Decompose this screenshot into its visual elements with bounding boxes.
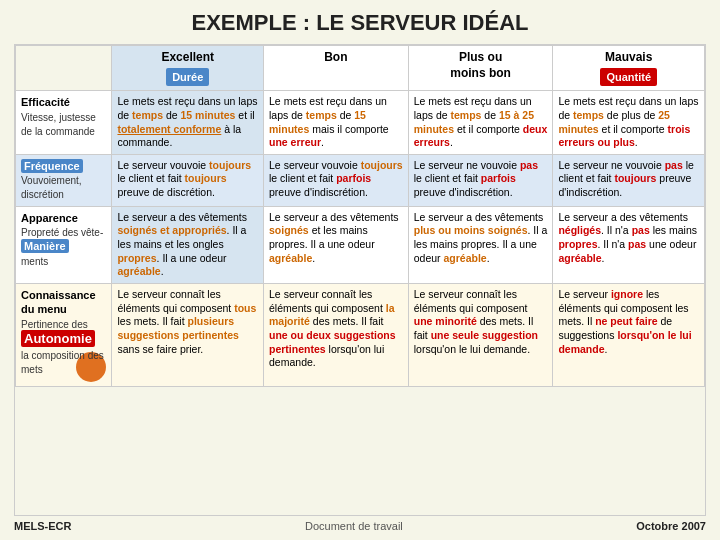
cell-connaissance-plusmoins: Le serveur connaît les éléments qui comp… (408, 283, 553, 386)
cell-frequence-mauvais: Le serveur ne vouvoie pas le client et f… (553, 154, 705, 206)
cell-apparence-plusmoins: Le serveur a des vêtements plus ou moins… (408, 206, 553, 283)
cell-efficacite-excellent: Le mets est reçu dans un laps de temps d… (112, 91, 264, 155)
cell-apparence-bon: Le serveur a des vêtements soignés et le… (264, 206, 409, 283)
rubric-table: Excellent Durée Bon Plus ou moins bon Ma… (15, 45, 705, 387)
cell-efficacite-mauvais: Le mets est reçu dans un laps de temps d… (553, 91, 705, 155)
label-efficacite: Efficacité Vitesse, justesse de la comma… (16, 91, 112, 155)
main-table-wrapper: Excellent Durée Bon Plus ou moins bon Ma… (14, 44, 706, 516)
cell-efficacite-plusmoins: Le mets est reçu dans un laps de temps d… (408, 91, 553, 155)
cell-frequence-plusmoins: Le serveur ne vouvoie pas le client et f… (408, 154, 553, 206)
page-title: EXEMPLE : LE SERVEUR IDÉAL (14, 10, 706, 36)
label-quantite: Quantité (600, 68, 657, 86)
cell-efficacite-bon: Le mets est reçu dans un laps de temps d… (264, 91, 409, 155)
header-plusmoins: Plus ou moins bon (408, 46, 553, 91)
label-connaissance: Connaissance du menu Pertinence des Auto… (16, 283, 112, 386)
cell-apparence-excellent: Le serveur a des vêtements soignés et ap… (112, 206, 264, 283)
cell-connaissance-excellent: Le serveur connaît les éléments qui comp… (112, 283, 264, 386)
footer-center: Document de travail (305, 520, 403, 532)
header-empty (16, 46, 112, 91)
header-excellent: Excellent Durée (112, 46, 264, 91)
header-plusmoins-text2: moins bon (450, 66, 511, 80)
row-efficacite: Efficacité Vitesse, justesse de la comma… (16, 91, 705, 155)
cell-connaissance-mauvais: Le serveur ignore les éléments qui compo… (553, 283, 705, 386)
header-plusmoins-text1: Plus ou (459, 50, 502, 64)
footer-left: MELS-ECR (14, 520, 71, 532)
cell-frequence-excellent: Le serveur vouvoie toujours le client et… (112, 154, 264, 206)
cell-frequence-bon: Le serveur vouvoie toujours le client et… (264, 154, 409, 206)
header-mauvais: Mauvais Quantité (553, 46, 705, 91)
row-connaissance: Connaissance du menu Pertinence des Auto… (16, 283, 705, 386)
page: EXEMPLE : LE SERVEUR IDÉAL Excellent Dur… (0, 0, 720, 540)
header-mauvais-text: Mauvais (605, 50, 652, 64)
footer: MELS-ECR Document de travail Octobre 200… (14, 520, 706, 532)
label-duree: Durée (166, 68, 209, 86)
label-frequence: Fréquence Vouvoiement, discrétion (16, 154, 112, 206)
label-apparence: Apparence Propreté des vête- Manière men… (16, 206, 112, 283)
footer-right: Octobre 2007 (636, 520, 706, 532)
cell-apparence-mauvais: Le serveur a des vêtements négligés. Il … (553, 206, 705, 283)
header-bon-text: Bon (324, 50, 347, 64)
header-bon: Bon (264, 46, 409, 91)
cell-connaissance-bon: Le serveur connaît les éléments qui comp… (264, 283, 409, 386)
row-apparence: Apparence Propreté des vête- Manière men… (16, 206, 705, 283)
table-header-row: Excellent Durée Bon Plus ou moins bon Ma… (16, 46, 705, 91)
header-excellent-text: Excellent (161, 50, 214, 64)
row-frequence: Fréquence Vouvoiement, discrétion Le ser… (16, 154, 705, 206)
